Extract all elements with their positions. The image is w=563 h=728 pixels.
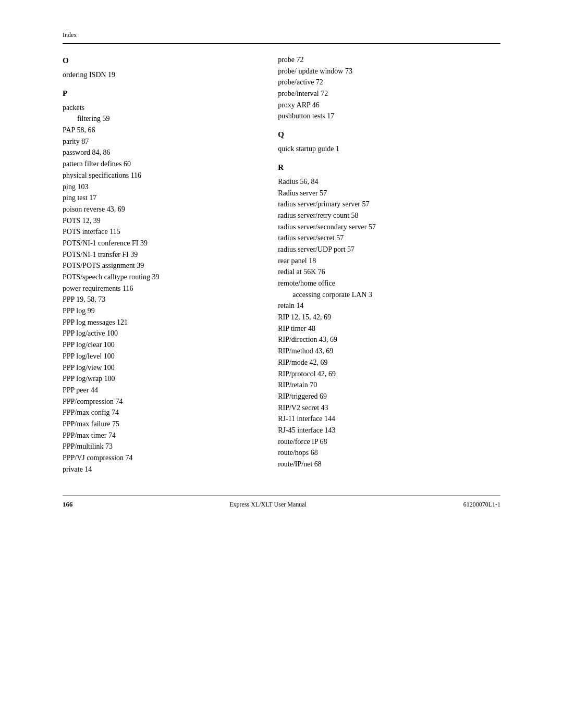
entry-probe-update-window: probe/ update window 73: [278, 66, 500, 77]
entry-radius-server-retry: radius server/retry count 58: [278, 210, 500, 221]
entry-poison-reverse: poison reverse 43, 69: [63, 204, 262, 215]
entry-ping-test: ping test 17: [63, 192, 262, 204]
entry-rip: RIP 12, 15, 42, 69: [278, 312, 500, 323]
top-rule: [63, 43, 500, 44]
entry-ppp-max-config: PPP/max config 74: [63, 407, 262, 418]
entry-remote-home-office: remote/home office: [278, 278, 500, 289]
entry-pots-ni1-transfer: POTS/NI-1 transfer FI 39: [63, 249, 262, 261]
entry-pots-interface: POTS interface 115: [63, 226, 262, 238]
entry-rear-panel: rear panel 18: [278, 255, 500, 267]
entry-parity: parity 87: [63, 136, 262, 147]
entry-pots-pots-assignment: POTS/POTS assignment 39: [63, 260, 262, 272]
entry-physical-specs: physical specifications 116: [63, 170, 262, 181]
two-column-layout: O ordering ISDN 19 P packets filtering 5…: [63, 54, 500, 475]
entry-accessing-corporate-lan: accessing corporate LAN 3: [278, 289, 500, 301]
right-column: probe 72 probe/ update window 73 probe/a…: [273, 54, 500, 475]
footer-center: Express XL/XLT User Manual: [229, 501, 307, 509]
footer-right: 61200070L1-1: [463, 501, 500, 509]
entry-radius-server-secret: radius server/secret 57: [278, 232, 500, 244]
entry-ppp-vj-compression: PPP/VJ compression 74: [63, 452, 262, 464]
page: Index O ordering ISDN 19 P packets filte…: [0, 0, 563, 728]
section-letter-p: P: [63, 89, 262, 98]
footer-page-number: 166: [63, 500, 73, 509]
entry-rip-protocol: RIP/protocol 42, 69: [278, 368, 500, 380]
entry-pots-ni1-conference: POTS/NI-1 conference FI 39: [63, 238, 262, 249]
entry-ppp-peer: PPP peer 44: [63, 385, 262, 396]
entry-pots-speech-calltype: POTS/speech calltype routing 39: [63, 272, 262, 283]
entry-proxy-arp: proxy ARP 46: [278, 100, 500, 111]
entry-probe-interval: probe/interval 72: [278, 88, 500, 100]
entry-radius-server-secondary: radius server/secondary server 57: [278, 221, 500, 233]
entry-rj11-interface: RJ-11 interface 144: [278, 413, 500, 425]
footer: 166 Express XL/XLT User Manual 61200070L…: [63, 500, 500, 509]
section-letter-q: Q: [278, 130, 500, 139]
header-label: Index: [63, 31, 500, 39]
entry-retain: retain 14: [278, 300, 500, 312]
entry-rip-triggered: RIP/triggered 69: [278, 391, 500, 402]
entry-packets: packets: [63, 102, 262, 114]
entry-rip-method: RIP/method 43, 69: [278, 346, 500, 357]
entry-ppp-log-messages: PPP log messages 121: [63, 317, 262, 328]
entry-route-hops: route/hops 68: [278, 447, 500, 459]
entry-ordering-isdn: ordering ISDN 19: [63, 69, 262, 81]
bottom-rule: [63, 496, 500, 496]
entry-private: private 14: [63, 464, 262, 475]
entry-ppp-log-view: PPP log/view 100: [63, 362, 262, 374]
entry-pap: PAP 58, 66: [63, 125, 262, 136]
entry-route-force-ip: route/force IP 68: [278, 436, 500, 448]
entry-probe-active: probe/active 72: [278, 77, 500, 88]
entry-quick-startup: quick startup guide 1: [278, 143, 500, 155]
entry-radius-server: Radius server 57: [278, 188, 500, 199]
entry-radius: Radius 56, 84: [278, 176, 500, 188]
entry-ppp-log-wrap: PPP log/wrap 100: [63, 373, 262, 385]
entry-rip-timer: RIP timer 48: [278, 323, 500, 335]
entry-redial-56k: redial at 56K 76: [278, 266, 500, 278]
left-column: O ordering ISDN 19 P packets filtering 5…: [63, 54, 273, 475]
section-letter-r: R: [278, 163, 500, 172]
entry-ppp-log-active: PPP log/active 100: [63, 328, 262, 339]
entry-rip-v2-secret: RIP/V2 secret 43: [278, 402, 500, 414]
entry-route-ip-net: route/IP/net 68: [278, 459, 500, 470]
entry-power-requirements: power requirements 116: [63, 283, 262, 294]
entry-filtering: filtering 59: [63, 113, 262, 125]
entry-probe: probe 72: [278, 54, 500, 66]
entry-rip-mode: RIP/mode 42, 69: [278, 357, 500, 368]
entry-ppp: PPP 19, 58, 73: [63, 294, 262, 305]
entry-pushbutton-tests: pushbutton tests 17: [278, 110, 500, 122]
entry-pattern-filter: pattern filter defines 60: [63, 158, 262, 170]
entry-ping: ping 103: [63, 181, 262, 193]
entry-ppp-max-failure: PPP/max failure 75: [63, 418, 262, 430]
entry-ppp-log: PPP log 99: [63, 305, 262, 317]
entry-radius-server-primary: radius server/primary server 57: [278, 199, 500, 210]
entry-ppp-compression: PPP/compression 74: [63, 396, 262, 408]
entry-rip-direction: RIP/direction 43, 69: [278, 334, 500, 346]
entry-ppp-multilink: PPP/multilink 73: [63, 441, 262, 452]
entry-ppp-log-clear: PPP log/clear 100: [63, 339, 262, 351]
entry-radius-server-udp: radius server/UDP port 57: [278, 244, 500, 255]
section-letter-o: O: [63, 56, 262, 65]
entry-rip-retain: RIP/retain 70: [278, 379, 500, 391]
entry-password: password 84, 86: [63, 147, 262, 158]
entry-pots: POTS 12, 39: [63, 215, 262, 227]
entry-ppp-max-timer: PPP/max timer 74: [63, 430, 262, 441]
entry-ppp-log-level: PPP log/level 100: [63, 351, 262, 362]
entry-rj45-interface: RJ-45 interface 143: [278, 425, 500, 436]
